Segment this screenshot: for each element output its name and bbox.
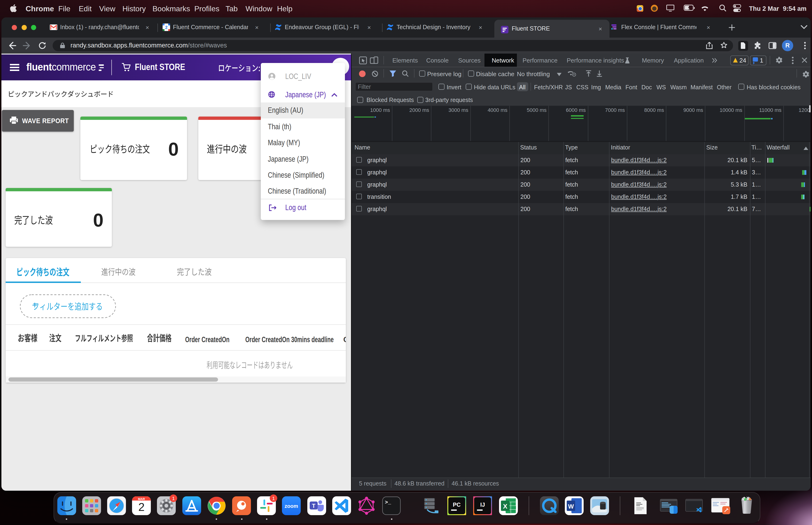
svg-text:zoom: zoom (285, 503, 298, 509)
svg-text:IJ: IJ (480, 501, 485, 508)
svg-text:PC: PC (453, 501, 460, 508)
svg-text:X: X (503, 503, 507, 510)
svg-text:W: W (568, 503, 574, 510)
svg-text:2: 2 (165, 25, 168, 30)
svg-text:MAR: MAR (138, 497, 145, 501)
svg-text:>_: >_ (385, 500, 391, 506)
svg-text:2: 2 (138, 501, 145, 513)
svg-text:T: T (312, 503, 315, 509)
